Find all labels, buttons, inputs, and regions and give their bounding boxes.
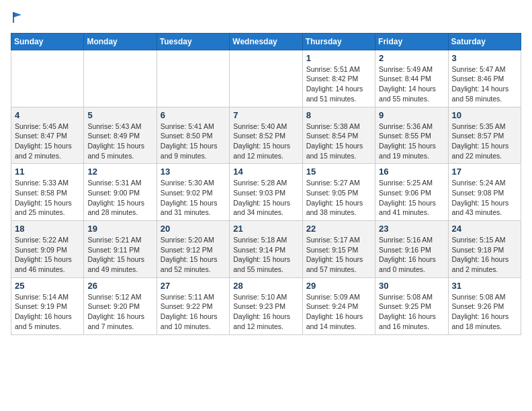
calendar-cell: 27Sunrise: 5:11 AM Sunset: 9:22 PM Dayli… (157, 277, 229, 334)
day-number: 27 (161, 281, 226, 291)
day-number: 5 (87, 110, 152, 120)
calendar-cell: 18Sunrise: 5:22 AM Sunset: 9:09 PM Dayli… (11, 221, 84, 278)
calendar-cell: 8Sunrise: 5:38 AM Sunset: 8:54 PM Daylig… (302, 107, 375, 164)
calendar-cell: 11Sunrise: 5:33 AM Sunset: 8:58 PM Dayli… (11, 164, 84, 221)
cell-content: Sunrise: 5:49 AM Sunset: 8:44 PM Dayligh… (379, 64, 444, 104)
day-number: 2 (379, 53, 444, 63)
calendar-cell: 21Sunrise: 5:18 AM Sunset: 9:14 PM Dayli… (230, 221, 302, 278)
calendar-cell (11, 50, 84, 107)
calendar-week-1: 1Sunrise: 5:51 AM Sunset: 8:42 PM Daylig… (11, 50, 521, 107)
calendar-cell: 1Sunrise: 5:51 AM Sunset: 8:42 PM Daylig… (302, 50, 375, 107)
calendar-week-5: 25Sunrise: 5:14 AM Sunset: 9:19 PM Dayli… (11, 277, 521, 334)
svg-marker-0 (13, 12, 21, 17)
cell-content: Sunrise: 5:31 AM Sunset: 9:00 PM Dayligh… (87, 178, 152, 218)
calendar-week-3: 11Sunrise: 5:33 AM Sunset: 8:58 PM Dayli… (11, 164, 521, 221)
calendar-cell: 13Sunrise: 5:30 AM Sunset: 9:02 PM Dayli… (157, 164, 229, 221)
weekday-header-saturday: Saturday (448, 33, 521, 50)
calendar-cell: 17Sunrise: 5:24 AM Sunset: 9:08 PM Dayli… (448, 164, 521, 221)
cell-content: Sunrise: 5:28 AM Sunset: 9:03 PM Dayligh… (233, 178, 298, 218)
cell-content: Sunrise: 5:16 AM Sunset: 9:16 PM Dayligh… (379, 235, 444, 275)
cell-content: Sunrise: 5:10 AM Sunset: 9:23 PM Dayligh… (233, 292, 298, 332)
calendar-cell: 14Sunrise: 5:28 AM Sunset: 9:03 PM Dayli… (230, 164, 302, 221)
weekday-header-row: SundayMondayTuesdayWednesdayThursdayFrid… (11, 33, 521, 50)
cell-content: Sunrise: 5:15 AM Sunset: 9:18 PM Dayligh… (452, 235, 517, 275)
cell-content: Sunrise: 5:09 AM Sunset: 9:24 PM Dayligh… (306, 292, 371, 332)
calendar-cell: 3Sunrise: 5:47 AM Sunset: 8:46 PM Daylig… (448, 50, 521, 107)
calendar-cell: 16Sunrise: 5:25 AM Sunset: 9:06 PM Dayli… (375, 164, 448, 221)
day-number: 11 (15, 167, 80, 177)
cell-content: Sunrise: 5:27 AM Sunset: 9:05 PM Dayligh… (306, 178, 371, 218)
weekday-header-wednesday: Wednesday (230, 33, 302, 50)
cell-content: Sunrise: 5:21 AM Sunset: 9:11 PM Dayligh… (87, 235, 152, 275)
calendar-cell: 2Sunrise: 5:49 AM Sunset: 8:44 PM Daylig… (375, 50, 448, 107)
day-number: 19 (87, 224, 152, 234)
calendar-cell: 24Sunrise: 5:15 AM Sunset: 9:18 PM Dayli… (448, 221, 521, 278)
day-number: 7 (233, 110, 298, 120)
cell-content: Sunrise: 5:12 AM Sunset: 9:20 PM Dayligh… (87, 292, 152, 332)
day-number: 18 (15, 224, 80, 234)
day-number: 8 (306, 110, 371, 120)
weekday-header-tuesday: Tuesday (157, 33, 229, 50)
cell-content: Sunrise: 5:08 AM Sunset: 9:25 PM Dayligh… (379, 292, 444, 332)
calendar-cell: 5Sunrise: 5:43 AM Sunset: 8:49 PM Daylig… (84, 107, 157, 164)
calendar-cell: 25Sunrise: 5:14 AM Sunset: 9:19 PM Dayli… (11, 277, 84, 334)
day-number: 28 (233, 281, 298, 291)
calendar-cell: 22Sunrise: 5:17 AM Sunset: 9:15 PM Dayli… (302, 221, 375, 278)
day-number: 12 (87, 167, 152, 177)
day-number: 21 (233, 224, 298, 234)
cell-content: Sunrise: 5:47 AM Sunset: 8:46 PM Dayligh… (452, 64, 517, 104)
day-number: 15 (306, 167, 371, 177)
cell-content: Sunrise: 5:22 AM Sunset: 9:09 PM Dayligh… (15, 235, 80, 275)
cell-content: Sunrise: 5:17 AM Sunset: 9:15 PM Dayligh… (306, 235, 371, 275)
cell-content: Sunrise: 5:35 AM Sunset: 8:57 PM Dayligh… (452, 122, 517, 161)
cell-content: Sunrise: 5:38 AM Sunset: 8:54 PM Dayligh… (306, 122, 371, 161)
day-number: 29 (306, 281, 371, 291)
cell-content: Sunrise: 5:41 AM Sunset: 8:50 PM Dayligh… (161, 122, 226, 161)
day-number: 14 (233, 167, 298, 177)
day-number: 23 (379, 224, 444, 234)
calendar-cell (157, 50, 229, 107)
day-number: 13 (161, 167, 226, 177)
calendar-cell: 26Sunrise: 5:12 AM Sunset: 9:20 PM Dayli… (84, 277, 157, 334)
cell-content: Sunrise: 5:24 AM Sunset: 9:08 PM Dayligh… (452, 178, 517, 218)
day-number: 16 (379, 167, 444, 177)
calendar-cell: 12Sunrise: 5:31 AM Sunset: 9:00 PM Dayli… (84, 164, 157, 221)
calendar-cell (84, 50, 157, 107)
calendar-cell: 9Sunrise: 5:36 AM Sunset: 8:55 PM Daylig… (375, 107, 448, 164)
weekday-header-sunday: Sunday (11, 33, 84, 50)
day-number: 17 (452, 167, 517, 177)
cell-content: Sunrise: 5:33 AM Sunset: 8:58 PM Dayligh… (15, 178, 80, 218)
logo-flag-icon (12, 11, 26, 24)
calendar-cell: 28Sunrise: 5:10 AM Sunset: 9:23 PM Dayli… (230, 277, 302, 334)
calendar-cell: 30Sunrise: 5:08 AM Sunset: 9:25 PM Dayli… (375, 277, 448, 334)
cell-content: Sunrise: 5:40 AM Sunset: 8:52 PM Dayligh… (233, 122, 298, 161)
calendar-cell: 10Sunrise: 5:35 AM Sunset: 8:57 PM Dayli… (448, 107, 521, 164)
cell-content: Sunrise: 5:45 AM Sunset: 8:47 PM Dayligh… (15, 122, 80, 161)
cell-content: Sunrise: 5:25 AM Sunset: 9:06 PM Dayligh… (379, 178, 444, 218)
day-number: 10 (452, 110, 517, 120)
page-header (11, 11, 521, 28)
calendar-cell: 20Sunrise: 5:20 AM Sunset: 9:12 PM Dayli… (157, 221, 229, 278)
day-number: 26 (87, 281, 152, 291)
logo (11, 11, 26, 28)
calendar-week-4: 18Sunrise: 5:22 AM Sunset: 9:09 PM Dayli… (11, 221, 521, 278)
cell-content: Sunrise: 5:43 AM Sunset: 8:49 PM Dayligh… (87, 122, 152, 161)
day-number: 1 (306, 53, 371, 63)
weekday-header-monday: Monday (84, 33, 157, 50)
cell-content: Sunrise: 5:11 AM Sunset: 9:22 PM Dayligh… (161, 292, 226, 332)
day-number: 3 (452, 53, 517, 63)
day-number: 20 (161, 224, 226, 234)
cell-content: Sunrise: 5:08 AM Sunset: 9:26 PM Dayligh… (452, 292, 517, 332)
cell-content: Sunrise: 5:20 AM Sunset: 9:12 PM Dayligh… (161, 235, 226, 275)
day-number: 22 (306, 224, 371, 234)
weekday-header-friday: Friday (375, 33, 448, 50)
cell-content: Sunrise: 5:51 AM Sunset: 8:42 PM Dayligh… (306, 64, 371, 104)
day-number: 31 (452, 281, 517, 291)
calendar-cell: 19Sunrise: 5:21 AM Sunset: 9:11 PM Dayli… (84, 221, 157, 278)
cell-content: Sunrise: 5:14 AM Sunset: 9:19 PM Dayligh… (15, 292, 80, 332)
calendar-cell: 15Sunrise: 5:27 AM Sunset: 9:05 PM Dayli… (302, 164, 375, 221)
day-number: 30 (379, 281, 444, 291)
cell-content: Sunrise: 5:30 AM Sunset: 9:02 PM Dayligh… (161, 178, 226, 218)
weekday-header-thursday: Thursday (302, 33, 375, 50)
calendar-cell: 6Sunrise: 5:41 AM Sunset: 8:50 PM Daylig… (157, 107, 229, 164)
